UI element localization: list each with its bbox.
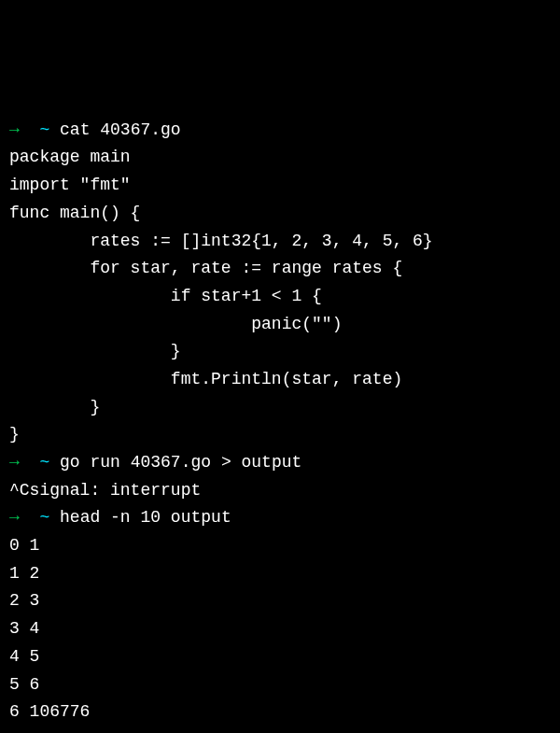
output-line-1: 0 1 — [9, 532, 551, 560]
terminal-output[interactable]: → ~ cat 40367.gopackage mainimport "fmt"… — [9, 117, 551, 733]
prompt-line-1: → ~ cat 40367.go — [9, 120, 181, 139]
source-line-10: } — [9, 338, 551, 366]
command-cat: cat 40367.go — [60, 120, 181, 139]
source-line-13: } — [9, 421, 551, 449]
source-line-12: } — [9, 394, 551, 422]
prompt-line-2: → ~ go run 40367.go > output — [9, 453, 301, 472]
output-line-3: 2 3 — [9, 587, 551, 615]
source-line-8: if star+1 < 1 { — [9, 283, 551, 311]
output-line-7: 6 106776 — [9, 698, 551, 726]
tilde-icon: ~ — [39, 508, 49, 527]
command-head: head -n 10 output — [60, 508, 231, 527]
source-line-9: panic("") — [9, 311, 551, 339]
source-line-11: fmt.Println(star, rate) — [9, 366, 551, 394]
source-line-6: rates := []int32{1, 2, 3, 4, 5, 6} — [9, 228, 551, 256]
arrow-icon: → — [9, 508, 20, 527]
output-line-6: 5 6 — [9, 671, 551, 699]
output-line-8: 7 192 — [9, 726, 551, 733]
prompt-line-3: → ~ head -n 10 output — [9, 508, 231, 527]
source-line-7: for star, rate := range rates { — [9, 255, 551, 283]
output-line-2: 1 2 — [9, 560, 551, 588]
source-line-1: package main — [9, 144, 551, 172]
tilde-icon: ~ — [39, 120, 49, 139]
source-line-3: import "fmt" — [9, 172, 551, 200]
arrow-icon: → — [9, 453, 20, 472]
output-line-5: 4 5 — [9, 643, 551, 671]
output-line-4: 3 4 — [9, 615, 551, 643]
tilde-icon: ~ — [39, 453, 49, 472]
arrow-icon: → — [9, 120, 20, 139]
interrupt-line: ^Csignal: interrupt — [9, 477, 551, 505]
source-line-5: func main() { — [9, 200, 551, 228]
command-run: go run 40367.go > output — [60, 453, 301, 472]
